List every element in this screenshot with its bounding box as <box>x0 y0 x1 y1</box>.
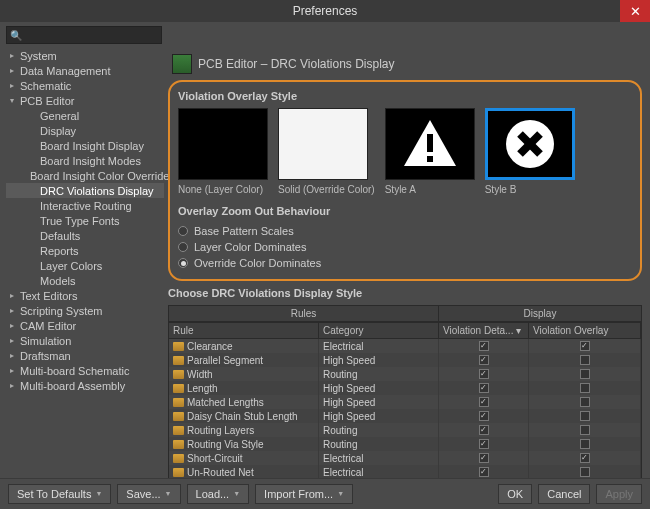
import-button[interactable]: Import From...▼ <box>255 484 353 504</box>
category-cell: Routing <box>319 437 439 451</box>
cancel-button[interactable]: Cancel <box>538 484 590 504</box>
table-row[interactable]: Un-Routed NetElectrical <box>169 465 641 478</box>
footer: Set To Defaults▼ Save...▼ Load...▼ Impor… <box>0 478 650 508</box>
tree-item[interactable]: Models <box>6 273 164 288</box>
radio-option[interactable]: Layer Color Dominates <box>178 239 632 255</box>
checkbox[interactable] <box>479 383 489 393</box>
checkbox[interactable] <box>580 341 590 351</box>
tree-item[interactable]: ▾PCB Editor <box>6 93 164 108</box>
rule-icon <box>173 412 184 421</box>
tree-item[interactable]: Display <box>6 123 164 138</box>
violation-overlay-cell <box>529 437 641 451</box>
swatch-solid[interactable] <box>278 108 368 180</box>
close-button[interactable]: ✕ <box>620 0 650 22</box>
search-box[interactable]: 🔍 <box>6 26 162 44</box>
rule-cell: Daisy Chain Stub Length <box>169 409 319 423</box>
tree-item[interactable]: Board Insight Display <box>6 138 164 153</box>
table-row[interactable]: Short-CircuitElectrical <box>169 451 641 465</box>
checkbox[interactable] <box>479 453 489 463</box>
preferences-tree: ▸System▸Data Management▸Schematic▾PCB Ed… <box>6 48 164 393</box>
checkbox[interactable] <box>479 425 489 435</box>
tree-arrow-icon: ▸ <box>10 51 20 60</box>
tree-item[interactable]: Interactive Routing <box>6 198 164 213</box>
rule-icon <box>173 342 184 351</box>
rule-cell: Width <box>169 367 319 381</box>
checkbox[interactable] <box>580 355 590 365</box>
table-row[interactable]: Daisy Chain Stub LengthHigh Speed <box>169 409 641 423</box>
checkbox[interactable] <box>479 439 489 449</box>
checkbox[interactable] <box>479 369 489 379</box>
tree-item[interactable]: ▸Multi-board Schematic <box>6 363 164 378</box>
table-row[interactable]: LengthHigh Speed <box>169 381 641 395</box>
zoom-radio-group: Base Pattern ScalesLayer Color Dominates… <box>178 223 632 271</box>
rule-icon <box>173 468 184 477</box>
category-cell: Electrical <box>319 465 439 478</box>
checkbox[interactable] <box>580 369 590 379</box>
tree-item[interactable]: ▸Scripting System <box>6 303 164 318</box>
tree-item[interactable]: True Type Fonts <box>6 213 164 228</box>
swatch-style-b[interactable] <box>485 108 575 180</box>
tree-item[interactable]: ▸Data Management <box>6 63 164 78</box>
tree-item[interactable]: ▸Draftsman <box>6 348 164 363</box>
checkbox[interactable] <box>580 383 590 393</box>
radio-option[interactable]: Override Color Dominates <box>178 255 632 271</box>
checkbox[interactable] <box>580 439 590 449</box>
tree-arrow-icon: ▾ <box>10 96 20 105</box>
checkbox[interactable] <box>479 355 489 365</box>
checkbox[interactable] <box>479 411 489 421</box>
apply-button[interactable]: Apply <box>596 484 642 504</box>
tree-item[interactable]: Board Insight Color Overrides <box>6 168 164 183</box>
save-button[interactable]: Save...▼ <box>117 484 180 504</box>
set-defaults-button[interactable]: Set To Defaults▼ <box>8 484 111 504</box>
grid-header-category[interactable]: Category <box>319 323 439 338</box>
titlebar: Preferences ✕ <box>0 0 650 22</box>
checkbox[interactable] <box>479 467 489 477</box>
tree-item[interactable]: ▸Schematic <box>6 78 164 93</box>
checkbox[interactable] <box>580 397 590 407</box>
search-row: 🔍 <box>0 22 650 48</box>
checkbox[interactable] <box>580 425 590 435</box>
radio-icon <box>178 242 188 252</box>
table-row[interactable]: Routing Via StyleRouting <box>169 437 641 451</box>
tree-item[interactable]: ▸System <box>6 48 164 63</box>
load-button[interactable]: Load...▼ <box>187 484 250 504</box>
tree-item[interactable]: ▸Text Editors <box>6 288 164 303</box>
table-row[interactable]: Matched LengthsHigh Speed <box>169 395 641 409</box>
radio-option[interactable]: Base Pattern Scales <box>178 223 632 239</box>
rule-cell: Length <box>169 381 319 395</box>
violation-details-cell <box>439 381 529 395</box>
tree-item[interactable]: General <box>6 108 164 123</box>
tree-item[interactable]: ▸CAM Editor <box>6 318 164 333</box>
tree-item[interactable]: Layer Colors <box>6 258 164 273</box>
tree-item[interactable]: ▸Simulation <box>6 333 164 348</box>
search-input[interactable] <box>25 29 158 41</box>
rule-name: Width <box>187 369 213 380</box>
checkbox[interactable] <box>580 453 590 463</box>
swatch-style-a[interactable] <box>385 108 475 180</box>
tree-arrow-icon: ▸ <box>10 321 20 330</box>
checkbox[interactable] <box>479 397 489 407</box>
grid-header-violation-details[interactable]: Violation Deta... ▾ <box>439 323 529 338</box>
tree-item[interactable]: Reports <box>6 243 164 258</box>
category-cell: High Speed <box>319 409 439 423</box>
grid-header-rule[interactable]: Rule <box>169 323 319 338</box>
table-row[interactable]: WidthRouting <box>169 367 641 381</box>
tree-item[interactable]: ▸Multi-board Assembly <box>6 378 164 393</box>
tree-item-label: Simulation <box>20 335 71 347</box>
rule-name: Daisy Chain Stub Length <box>187 411 298 422</box>
ok-button[interactable]: OK <box>498 484 532 504</box>
tree-item[interactable]: DRC Violations Display <box>6 183 164 198</box>
tree-item[interactable]: Board Insight Modes <box>6 153 164 168</box>
category-cell: Electrical <box>319 339 439 353</box>
grid-header-display-group: Display <box>439 306 641 321</box>
tree-item-label: Display <box>40 125 76 137</box>
checkbox[interactable] <box>479 341 489 351</box>
grid-header-violation-overlay[interactable]: Violation Overlay <box>529 323 641 338</box>
table-row[interactable]: Routing LayersRouting <box>169 423 641 437</box>
checkbox[interactable] <box>580 467 590 477</box>
table-row[interactable]: ClearanceElectrical <box>169 339 641 353</box>
tree-item[interactable]: Defaults <box>6 228 164 243</box>
swatch-none[interactable] <box>178 108 268 180</box>
checkbox[interactable] <box>580 411 590 421</box>
table-row[interactable]: Parallel SegmentHigh Speed <box>169 353 641 367</box>
